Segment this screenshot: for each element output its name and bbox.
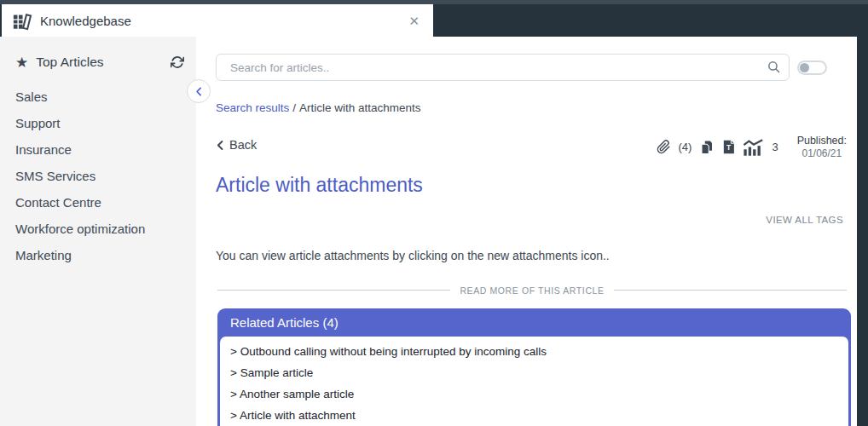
- read-more-divider[interactable]: READ MORE OF THIS ARTICLE: [217, 285, 847, 296]
- search-row: [216, 54, 857, 81]
- sidebar-item-sales[interactable]: Sales: [15, 90, 184, 104]
- sidebar-item-marketing[interactable]: Marketing: [15, 249, 184, 262]
- related-articles-header: Related Articles (4): [220, 308, 848, 337]
- breadcrumb-link-search-results[interactable]: Search results: [216, 101, 289, 114]
- toggle-switch[interactable]: [797, 60, 827, 75]
- article-title: Article with attachments: [216, 174, 857, 197]
- article-meta-icons: (4) T: [657, 134, 848, 161]
- related-article-link[interactable]: > Article with attachment: [220, 405, 848, 426]
- sidebar: ★ Top Articles Sales Support Insurance S…: [0, 37, 196, 426]
- sidebar-item-sms-services[interactable]: SMS Services: [15, 170, 184, 183]
- back-label: Back: [229, 138, 257, 152]
- published-block: Published: 01/06/21: [797, 134, 847, 161]
- chevron-left-icon: [216, 140, 225, 151]
- related-articles-list: > Outbound calling without being interru…: [220, 337, 848, 426]
- sidebar-heading: Top Articles: [36, 55, 103, 70]
- stats-chart-icon[interactable]: [743, 139, 764, 156]
- related-article-link[interactable]: > Another sample article: [220, 383, 848, 405]
- published-label: Published:: [797, 134, 847, 147]
- window-top-strip: [0, 0, 868, 4]
- sidebar-item-contact-centre[interactable]: Contact Centre: [15, 196, 184, 210]
- published-date: 01/06/21: [797, 147, 847, 161]
- read-more-label: READ MORE OF THIS ARTICLE: [460, 285, 604, 296]
- article-meta-row: Back (4) T: [216, 134, 847, 161]
- chevron-left-icon: [194, 86, 205, 97]
- sidebar-item-insurance[interactable]: Insurance: [15, 143, 184, 157]
- sidebar-item-support[interactable]: Support: [15, 117, 184, 130]
- back-button[interactable]: Back: [216, 138, 257, 152]
- right-dark-band: [857, 37, 868, 426]
- paperclip-icon[interactable]: [657, 140, 671, 154]
- copy-pages-icon[interactable]: [699, 140, 715, 155]
- breadcrumb-separator: /: [292, 101, 296, 114]
- article-body: You can view article attachments by clic…: [216, 249, 857, 262]
- search-box: [216, 54, 790, 81]
- sidebar-header: ★ Top Articles: [15, 55, 184, 70]
- toggle-knob: [800, 63, 809, 72]
- close-icon[interactable]: ✕: [408, 14, 420, 27]
- search-icon[interactable]: [767, 60, 781, 78]
- star-icon: ★: [15, 55, 28, 70]
- stats-count: 3: [772, 141, 778, 153]
- related-articles-panel: Related Articles (4) > Outbound calling …: [217, 308, 851, 426]
- tab-title: Knowledgebase: [40, 14, 131, 28]
- search-input[interactable]: [216, 54, 790, 81]
- knowledgebase-tab[interactable]: Knowledgebase ✕: [2, 4, 433, 37]
- breadcrumb-current: Article with attachments: [299, 101, 421, 114]
- attachments-count: (4): [679, 141, 692, 153]
- svg-text:T: T: [726, 144, 732, 153]
- main-content: Search results/Article with attachments …: [196, 37, 857, 426]
- sidebar-collapse-button[interactable]: [187, 79, 211, 103]
- tab-bar-background: [433, 0, 868, 37]
- books-icon: [12, 11, 32, 31]
- related-article-link[interactable]: > Sample article: [220, 362, 848, 383]
- refresh-icon[interactable]: [171, 55, 184, 69]
- sidebar-item-workforce-optimization[interactable]: Workforce optimization: [15, 222, 184, 236]
- text-file-icon[interactable]: T: [722, 140, 735, 154]
- tags-row: VIEW ALL TAGS: [196, 211, 843, 227]
- breadcrumb: Search results/Article with attachments: [216, 101, 857, 114]
- related-article-link[interactable]: > Outbound calling without being interru…: [220, 341, 848, 362]
- view-all-tags-link[interactable]: VIEW ALL TAGS: [766, 215, 843, 225]
- sidebar-category-list: Sales Support Insurance SMS Services Con…: [15, 90, 184, 262]
